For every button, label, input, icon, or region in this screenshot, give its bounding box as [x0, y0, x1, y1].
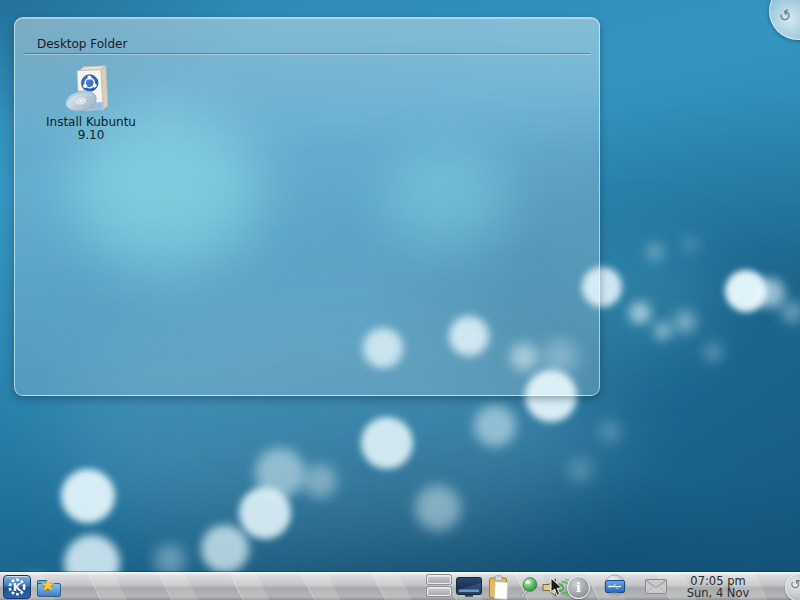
cashew-arrow-icon: ↺ — [776, 5, 795, 27]
desktop-icon-label-line2: 9.10 — [78, 128, 105, 142]
bokeh-circle — [415, 485, 461, 531]
bokeh-circle — [629, 302, 651, 324]
mail-envelope-icon[interactable] — [645, 579, 667, 598]
bokeh-circle — [474, 405, 516, 447]
star-icon: ★ — [40, 577, 55, 594]
kmenu-button[interactable]: K — [3, 575, 31, 599]
bokeh-circle — [704, 343, 722, 361]
desktop-folder-widget: Desktop Folder — [14, 17, 600, 396]
bokeh-circle — [61, 469, 115, 523]
bokeh-circle — [568, 458, 592, 482]
info-icon[interactable]: i — [567, 576, 590, 599]
bokeh-circle — [239, 487, 291, 539]
desktop-icon-label-line1: Install Kubuntu — [46, 115, 136, 129]
info-glyph: i — [576, 580, 581, 595]
device-notifier-icon[interactable] — [601, 574, 629, 600]
desktop-icon-label: Install Kubuntu 9.10 — [43, 116, 139, 142]
bokeh-circle — [303, 464, 337, 498]
kmenu-letter: K — [13, 581, 22, 594]
bokeh-circle — [647, 244, 663, 260]
pager-desktop-1[interactable] — [427, 575, 451, 584]
kde-gear-logo-icon: K — [7, 577, 27, 597]
mouse-cursor — [550, 577, 564, 598]
bokeh-circle — [781, 301, 800, 323]
cashew-arrow-icon: ↺ — [790, 577, 800, 592]
bokeh-circle — [201, 525, 249, 573]
desktop-icon-install-kubuntu[interactable]: Install Kubuntu 9.10 — [43, 64, 139, 142]
klipper-clipboard-icon[interactable] — [487, 575, 511, 600]
bokeh-circle — [755, 278, 785, 308]
folder-widget-title: Desktop Folder — [37, 37, 127, 51]
bokeh-circle — [361, 417, 413, 469]
bokeh-circle — [600, 422, 620, 442]
folder-widget-divider — [24, 53, 590, 54]
taskbar-panel: K ★ — [0, 572, 800, 600]
panel-toolbox-cashew[interactable]: ↺ — [785, 573, 800, 600]
green-pin-icon[interactable] — [516, 576, 538, 600]
clock-date: Sun, 4 Nov — [672, 587, 764, 599]
pager-desktop-2[interactable] — [427, 587, 451, 596]
desktop: Desktop Folder — [0, 0, 800, 600]
digital-clock[interactable]: 07:05 pm Sun, 4 Nov — [672, 575, 764, 599]
bokeh-circle — [674, 311, 696, 333]
bokeh-circle — [684, 238, 696, 250]
bokeh-circle — [654, 322, 672, 340]
display-tray-icon[interactable] — [456, 576, 482, 600]
virtual-desktop-pager[interactable] — [427, 575, 453, 599]
kubuntu-installer-icon — [64, 64, 118, 114]
folder-view-launcher[interactable]: ★ — [35, 575, 64, 600]
